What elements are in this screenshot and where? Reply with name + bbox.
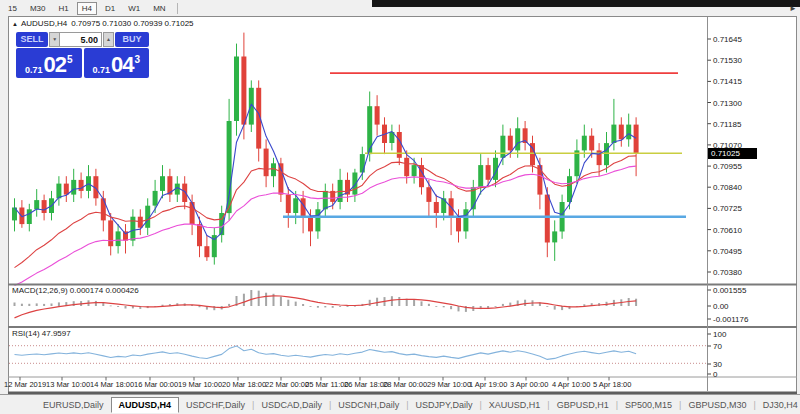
time-axis-label: 1 Apr 19:00 — [469, 380, 507, 389]
time-axis-label: 3 Apr 00:00 — [510, 380, 548, 389]
buy-price-button[interactable]: 0.71043 — [84, 48, 150, 78]
sell-button[interactable]: SELL — [16, 32, 48, 47]
sell-price-prefix: 0.71 — [25, 64, 43, 76]
price-axis-label: 0.71415 — [713, 77, 742, 86]
timeframe-button-h1[interactable]: H1 — [53, 2, 73, 15]
buy-price-prefix: 0.71 — [92, 64, 110, 76]
price-axis-label: 0.70380 — [713, 268, 742, 277]
timeframe-button-d1[interactable]: D1 — [100, 2, 120, 15]
price-axis-label: 0.70840 — [713, 183, 742, 192]
chart-tab-usdjpy[interactable]: USDJPY,Daily — [409, 398, 480, 412]
price-axis-label: 0.71645 — [713, 35, 742, 44]
rsi-axis-label: 70 — [713, 342, 722, 351]
chart-tab-audusd[interactable]: AUDUSD,H4 — [111, 397, 180, 413]
chart-tab-dj30[interactable]: DJ30,H4 — [756, 398, 800, 412]
sell-price-sup: 5 — [67, 55, 73, 65]
volume-decrease-button[interactable]: ▼ — [49, 32, 60, 47]
chart-header: ▲AUDUSD,H40.70975 0.71030 0.70939 0.7102… — [12, 19, 194, 28]
timeframe-button-w1[interactable]: W1 — [123, 2, 145, 15]
background-window-edge — [372, 0, 800, 7]
chart-tab-usdcnh[interactable]: USDCNH,Daily — [331, 398, 406, 412]
time-axis-label: 4 Apr 10:00 — [552, 380, 590, 389]
time-axis-label: 20 Mar 18:00 — [222, 380, 266, 389]
chart-tab-gbpusd[interactable]: GBPUSD,H1 — [550, 398, 616, 412]
timeframe-button-mn[interactable]: MN — [148, 2, 170, 15]
price-axis-label: 0.70495 — [713, 246, 742, 255]
trade-controls-row: SELL ▼ ▲ BUY — [16, 32, 149, 47]
trade-prices-row: 0.71025 0.71043 — [16, 48, 149, 78]
time-axis-label: 22 Mar 00:00 — [265, 380, 309, 389]
buy-button[interactable]: BUY — [115, 32, 149, 47]
price-axis-label: 0.70725 — [713, 204, 742, 213]
time-axis-label: 28 Mar 00:00 — [383, 380, 427, 389]
toolbar-divider — [177, 3, 178, 14]
macd-indicator-label: MACD(12,26,9) 0.000174 0.000426 — [12, 286, 139, 295]
time-axis-label: 5 Apr 18:00 — [593, 380, 631, 389]
macd-axis-label: 0.001555 — [713, 286, 746, 295]
rsi-axis-label: 100 — [713, 330, 726, 339]
chart-ohlc-values: 0.70975 0.71030 0.70939 0.71025 — [71, 19, 193, 28]
volume-input[interactable] — [60, 32, 102, 47]
current-price-badge: 0.71025 — [708, 148, 757, 159]
rsi-axis-label: 0 — [713, 370, 717, 379]
time-axis-label: 13 Mar 10:00 — [46, 380, 90, 389]
price-axis-label: 0.71300 — [713, 98, 742, 107]
price-axis-label: 0.70610 — [713, 225, 742, 234]
chart-tab-sp500[interactable]: SP500,M15 — [618, 398, 679, 412]
mt4-workspace: 15M30H1H4D1W1MN ▲AUDUSD,H40.70975 0.7103… — [0, 0, 800, 414]
one-click-trading-panel: SELL ▼ ▲ BUY 0.71025 0.71043 — [16, 32, 149, 78]
price-axis-label: 0.71530 — [713, 56, 742, 65]
time-axis-label: 19 Mar 10:00 — [178, 380, 222, 389]
timeframe-button-h4[interactable]: H4 — [77, 2, 97, 15]
buy-price-big: 04 — [111, 54, 133, 76]
buy-price-sup: 3 — [134, 55, 140, 65]
price-axis-label: 0.71185 — [713, 119, 741, 128]
timeframe-button-m30[interactable]: M30 — [25, 2, 51, 15]
time-axis-label: 14 Mar 18:00 — [90, 380, 134, 389]
timeframe-button-15[interactable]: 15 — [3, 2, 22, 15]
chart-tab-usdchf[interactable]: USDCHF,Daily — [179, 398, 252, 412]
chart-tab-usdcad[interactable]: USDCAD,Daily — [254, 398, 329, 412]
chart-tab-xauusd[interactable]: XAUUSD,H1 — [482, 398, 548, 412]
sell-price-button[interactable]: 0.71025 — [16, 48, 82, 78]
time-axis-label: 16 Mar 00:00 — [134, 380, 178, 389]
price-axis-label: 0.70955 — [713, 162, 742, 171]
rsi-axis-label: 30 — [713, 360, 722, 369]
rsi-indicator-label: RSI(14) 47.9597 — [12, 329, 71, 338]
time-axis-label: 26 Mar 18:00 — [344, 380, 388, 389]
time-axis-label: 25 Mar 11:00 — [305, 380, 349, 389]
tab-scroll-right-icon[interactable]: ► — [789, 4, 797, 13]
sell-price-big: 02 — [43, 54, 65, 76]
volume-increase-button[interactable]: ▲ — [103, 32, 114, 47]
chart-tab-gbpusd[interactable]: GBPUSD,M30 — [681, 398, 753, 412]
time-axis-label: 12 Mar 2019 — [4, 380, 46, 389]
chart-symbol-label: AUDUSD,H4 — [21, 19, 67, 28]
panel-collapse-icon[interactable]: ▲ — [12, 21, 18, 27]
time-axis-label: 29 Mar 10:00 — [427, 380, 471, 389]
chart-tab-eurusd[interactable]: EURUSD,Daily — [36, 398, 111, 412]
chart-tabs-bar: EURUSD,DailyAUDUSD,H4USDCHF,Daily|USDCAD… — [0, 394, 800, 414]
macd-axis-label: 0.00 — [713, 302, 729, 311]
macd-axis-label: -0.001176 — [713, 315, 748, 324]
